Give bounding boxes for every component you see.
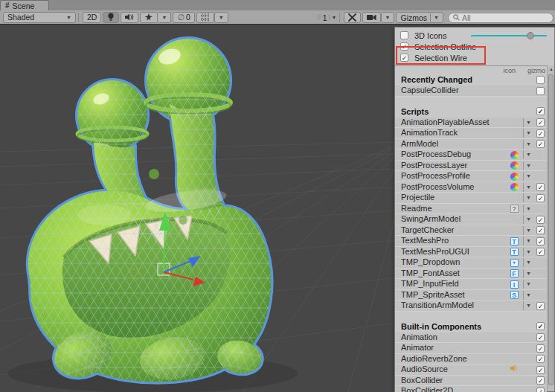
divider: [339, 13, 340, 22]
checkbox[interactable]: ✓: [536, 355, 545, 363]
chevron-down-icon: ▼: [434, 15, 439, 20]
snap-value: 1: [322, 13, 327, 22]
grid-visibility-button[interactable]: [196, 12, 214, 23]
checkbox[interactable]: ✓: [536, 302, 545, 310]
checkbox[interactable]: ✓: [536, 140, 545, 148]
row-dropdown[interactable]: ▼: [523, 291, 531, 300]
icon-size-slider[interactable]: [471, 35, 547, 36]
row-dropdown[interactable]: ▼: [523, 193, 531, 202]
selected-object-monster[interactable]: [7, 39, 298, 392]
checkbox[interactable]: ✓: [536, 366, 545, 374]
question-icon: ?: [510, 205, 519, 213]
scrollbar-thumb[interactable]: [548, 74, 554, 385]
scene-search-field[interactable]: [448, 13, 554, 23]
row-dropdown[interactable]: ▼: [523, 150, 531, 159]
checkbox[interactable]: ✓: [536, 248, 545, 256]
row-dropdown[interactable]: ▼: [523, 280, 531, 289]
search-input[interactable]: [462, 13, 544, 22]
checkbox[interactable]: ✓: [536, 333, 545, 341]
camera-dropdown[interactable]: ▼: [381, 12, 395, 23]
annotation-highlight-rect: [396, 46, 486, 65]
section-header-built-in-components: Built-in Components✓: [395, 321, 547, 332]
checkbox[interactable]: ✓: [536, 344, 545, 353]
effects-toggle-button[interactable]: [140, 12, 158, 23]
gizmo-option-3d-icons: 3D Icons: [395, 30, 554, 41]
row-label: TextMeshProUGUI: [401, 247, 469, 256]
checkbox[interactable]: [400, 31, 408, 39]
section-title: Recently Changed: [401, 75, 472, 84]
scene-toolbar: Shaded ▼ 2D ▼: [0, 10, 555, 25]
checkbox[interactable]: ✓: [536, 388, 545, 392]
checkbox[interactable]: ✓: [536, 129, 545, 138]
row-dropdown[interactable]: ▼: [523, 301, 531, 310]
chevron-down-icon: ▼: [385, 15, 391, 20]
snap-increment-control[interactable]: # 1 ▼: [317, 13, 337, 22]
snap-grid-icon: #: [317, 13, 321, 22]
panel-scrollbar[interactable]: ▲: [547, 65, 554, 391]
section-gap: [395, 97, 547, 106]
selection-wireframe: [28, 39, 272, 385]
gizmo-row-animationtrack: AnimationTrack▼✓: [395, 128, 547, 139]
row-dropdown[interactable]: ▼: [523, 118, 531, 127]
scroll-up-arrow[interactable]: ▲: [548, 65, 555, 74]
toolbar-right-group: # 1 ▼ ▼: [317, 12, 554, 23]
checkbox[interactable]: [536, 87, 545, 95]
checkbox[interactable]: [536, 76, 545, 84]
audio-toggle-button[interactable]: [121, 12, 138, 23]
row-dropdown[interactable]: ▼: [523, 205, 531, 213]
row-label: TMP_InputField: [401, 279, 459, 288]
row-icon-slot: [510, 365, 519, 374]
row-dropdown[interactable]: ▼: [523, 172, 531, 181]
camera-settings-button[interactable]: [362, 12, 381, 23]
row-icon-slot: [510, 172, 519, 181]
lighting-toggle-button[interactable]: [103, 12, 119, 23]
camera-icon: [367, 14, 376, 21]
row-dropdown[interactable]: ▼: [523, 183, 531, 192]
row-dropdown[interactable]: ▼: [523, 161, 531, 170]
checkbox[interactable]: ✓: [536, 194, 545, 202]
skin-bump: [149, 169, 159, 179]
checkbox[interactable]: ✓: [536, 216, 545, 224]
hidden-objects-button[interactable]: ∅ 0: [173, 12, 194, 23]
scene-tab-label: Scene: [13, 1, 35, 10]
row-dropdown[interactable]: ▼: [523, 248, 531, 257]
row-dropdown[interactable]: ▼: [523, 129, 531, 138]
effects-dropdown[interactable]: ▼: [158, 12, 171, 23]
gizmos-dropdown-button[interactable]: Gizmos ▼: [396, 12, 443, 23]
checkbox[interactable]: ✓: [536, 107, 545, 115]
row-dropdown[interactable]: ▼: [523, 140, 531, 149]
section-header-scripts: Scripts✓: [395, 106, 547, 118]
checkbox[interactable]: ✓: [536, 237, 545, 245]
row-label: Projectile: [401, 193, 434, 202]
draw-mode-dropdown[interactable]: Shaded ▼: [3, 12, 76, 23]
row-icon-slot: [510, 161, 519, 170]
row-dropdown[interactable]: ▼: [523, 237, 531, 245]
tool-settings-button[interactable]: [344, 12, 361, 23]
column-headers: icon gizmo: [395, 66, 547, 74]
gizmo-row-postprocessvolume: PostProcessVolume▼✓: [395, 182, 547, 193]
checkbox[interactable]: ✓: [536, 183, 545, 191]
row-label: Animation: [401, 332, 437, 341]
tab-scene[interactable]: # Scene: [0, 0, 49, 10]
checkbox[interactable]: ✓: [536, 322, 545, 330]
checkbox[interactable]: ✓: [536, 118, 545, 126]
checkbox[interactable]: ✓: [536, 226, 545, 234]
row-dropdown[interactable]: ▼: [523, 226, 531, 235]
row-dropdown[interactable]: ▼: [523, 269, 531, 278]
body-sheen: [77, 205, 131, 225]
row-label: BoxCollider2D: [401, 386, 453, 392]
checkbox[interactable]: ✓: [536, 376, 545, 385]
tmp-letter-T-icon: T: [510, 237, 519, 245]
row-label: BoxCollider: [401, 376, 443, 385]
gizmo-row-tmp-spriteasset: TMP_SpriteAssetS▼: [395, 290, 547, 301]
row-label: PostProcessLayer: [401, 161, 467, 170]
gizmo-row-tmp-dropdown: TMP_Dropdown▾▼: [395, 257, 547, 269]
row-dropdown[interactable]: ▼: [523, 215, 531, 224]
slider-handle[interactable]: [527, 32, 534, 39]
toggle-2d-button[interactable]: 2D: [83, 12, 101, 23]
gizmo-row-readme: Readme?▼: [395, 204, 547, 215]
row-label: TMP_Dropdown: [401, 257, 460, 266]
row-dropdown[interactable]: ▼: [523, 258, 531, 267]
gizmos-label: Gizmos: [400, 13, 427, 22]
grid-dropdown[interactable]: ▼: [214, 12, 228, 23]
